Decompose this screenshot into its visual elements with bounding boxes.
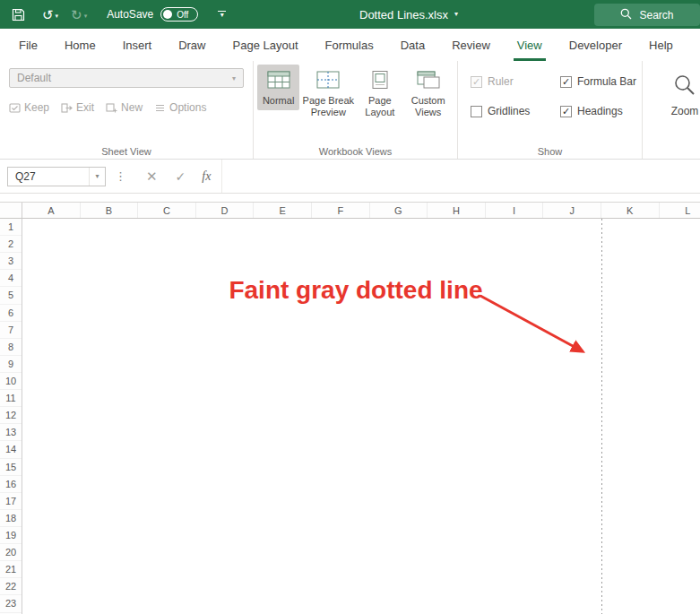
tab-developer[interactable]: Developer (556, 29, 635, 61)
row-header-16[interactable]: 16 (0, 476, 22, 493)
row-header-4[interactable]: 4 (0, 270, 22, 287)
gridlines-label: Gridlines (488, 105, 530, 117)
formula-input[interactable] (221, 160, 700, 193)
undo-button[interactable]: ↺ ▾ (42, 8, 58, 22)
row-header-11[interactable]: 11 (0, 390, 22, 407)
row-header-5[interactable]: 5 (0, 287, 22, 304)
new-icon (106, 102, 117, 114)
document-title[interactable]: Dotted Lines.xlsx ▾ (359, 8, 458, 22)
new-sheet-view-button[interactable]: New (106, 101, 143, 114)
sheet-view-options-button[interactable]: Options (154, 101, 206, 114)
row-header-19[interactable]: 19 (0, 527, 22, 544)
sheet-view-dropdown[interactable]: Default ▾ (9, 68, 244, 88)
column-header-i[interactable]: I (486, 203, 544, 218)
row-header-1[interactable]: 1 (0, 219, 22, 236)
normal-view-button[interactable]: Normal (257, 65, 299, 110)
chevron-down-icon[interactable]: ▾ (56, 11, 59, 21)
tab-insert[interactable]: Insert (109, 29, 166, 61)
tab-view[interactable]: View (504, 29, 556, 61)
formula-bar-gap (0, 194, 700, 203)
row-header-21[interactable]: 21 (0, 561, 22, 578)
column-header-f[interactable]: F (312, 203, 370, 218)
tab-home[interactable]: Home (51, 29, 109, 61)
keep-button[interactable]: Keep (9, 101, 49, 114)
row-header-14[interactable]: 14 (0, 441, 22, 458)
name-box-value: Q27 (8, 170, 36, 183)
tab-file[interactable]: File (5, 29, 51, 61)
row-header-2[interactable]: 2 (0, 236, 22, 253)
column-header-h[interactable]: H (428, 203, 486, 218)
column-header-k[interactable]: K (601, 203, 660, 218)
custom-views-button[interactable]: Custom Views (402, 65, 454, 122)
row-header-13[interactable]: 13 (0, 424, 22, 441)
column-header-j[interactable]: J (543, 203, 601, 218)
more-commands-icon[interactable]: ⋮ (115, 169, 126, 183)
row-header-6[interactable]: 6 (0, 305, 22, 322)
custom-views-label: Custom Views (404, 95, 452, 118)
page-break-preview-button[interactable]: Page Break Preview (299, 65, 357, 122)
autosave-toggle[interactable]: Off (160, 7, 198, 22)
row-header-22[interactable]: 22 (0, 578, 22, 595)
quick-access-toolbar-menu[interactable]: ▾ (218, 11, 226, 19)
chevron-down-icon[interactable]: ▾ (89, 168, 105, 186)
keep-icon (9, 102, 21, 114)
row-header-18[interactable]: 18 (0, 510, 22, 527)
page-layout-label: Page Layout (359, 95, 401, 118)
chevron-down-icon: ▾ (454, 9, 458, 21)
tab-page-layout[interactable]: Page Layout (220, 29, 312, 61)
checkbox-icon: ✓ (471, 76, 482, 88)
ribbon: Default ▾ Keep Exit New Options Sheet Vi… (0, 61, 700, 160)
column-header-b[interactable]: B (81, 203, 139, 218)
search-icon (620, 8, 632, 22)
row-header-12[interactable]: 12 (0, 407, 22, 424)
row-header-10[interactable]: 10 (0, 373, 22, 390)
document-title-text: Dotted Lines.xlsx (359, 8, 448, 22)
row-header-20[interactable]: 20 (0, 544, 22, 561)
row-header-9[interactable]: 9 (0, 356, 22, 373)
exit-button[interactable]: Exit (61, 101, 94, 114)
tab-review[interactable]: Review (438, 29, 504, 61)
column-header-e[interactable]: E (254, 203, 312, 218)
ruler-checkbox[interactable]: ✓ Ruler (471, 75, 546, 88)
zoom-button[interactable]: Zoom (661, 68, 700, 117)
chevron-down-icon: ▾ (220, 13, 224, 18)
headings-checkbox[interactable]: ✓ Headings (560, 105, 636, 117)
column-header-c[interactable]: C (138, 203, 196, 218)
normal-view-icon (267, 69, 290, 91)
row-header-17[interactable]: 17 (0, 493, 22, 510)
select-all-corner[interactable] (0, 203, 22, 218)
tab-draw[interactable]: Draw (165, 29, 219, 61)
formula-bar-checkbox[interactable]: ✓ Formula Bar (560, 75, 636, 88)
search-input[interactable]: Search (594, 4, 700, 26)
tab-help[interactable]: Help (635, 29, 687, 61)
chevron-down-icon[interactable]: ▾ (84, 11, 88, 21)
group-label-workbook-views: Workbook Views (254, 146, 457, 157)
name-box[interactable]: Q27 ▾ (7, 167, 106, 186)
row-header-3[interactable]: 3 (0, 253, 22, 270)
row-header-8[interactable]: 8 (0, 339, 22, 356)
column-header-g[interactable]: G (370, 203, 428, 218)
group-workbook-views: Normal Page Break Preview (254, 61, 458, 159)
cancel-icon[interactable]: ✕ (146, 169, 158, 185)
insert-function-icon[interactable]: fx (202, 169, 211, 184)
column-header-d[interactable]: D (196, 203, 255, 218)
row-header-7[interactable]: 7 (0, 322, 22, 339)
redo-button[interactable]: ↻ ▾ (71, 8, 87, 22)
checkbox-icon: ✓ (471, 106, 482, 117)
group-sheet-view: Default ▾ Keep Exit New Options Sheet Vi… (0, 61, 254, 159)
column-header-l[interactable]: L (660, 203, 700, 218)
gridlines-checkbox[interactable]: ✓ Gridlines (471, 105, 546, 117)
search-label: Search (639, 9, 673, 22)
checkbox-icon: ✓ (560, 106, 572, 117)
autosave-state: Off (177, 10, 188, 20)
page-layout-view-button[interactable]: Page Layout (357, 65, 402, 122)
zoom-magnifier-icon (673, 74, 696, 99)
row-header-15[interactable]: 15 (0, 459, 22, 476)
column-header-a[interactable]: A (22, 203, 81, 218)
tab-data[interactable]: Data (387, 29, 438, 61)
tab-formulas[interactable]: Formulas (312, 29, 387, 61)
save-icon[interactable] (11, 7, 26, 22)
row-header-23[interactable]: 23 (0, 595, 22, 612)
enter-icon[interactable]: ✓ (176, 169, 186, 184)
formula-bar: Q27 ▾ ⋮ ✕ ✓ fx (0, 160, 700, 194)
